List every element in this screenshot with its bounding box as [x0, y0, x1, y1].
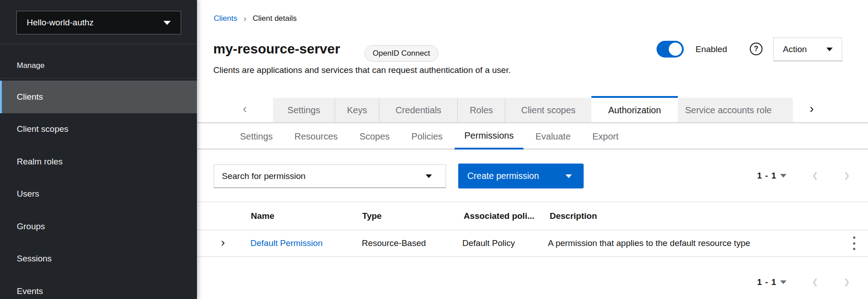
authorization-subtabs: Settings Resources Scopes Policies Permi…: [230, 124, 628, 150]
create-permission-button[interactable]: Create permission: [458, 164, 584, 188]
page-description: Clients are applications and services th…: [213, 65, 511, 76]
table-row-border: [197, 256, 868, 257]
create-permission-label: Create permission: [467, 171, 539, 181]
client-tabs: Settings Keys Credentials Roles Client s…: [273, 96, 793, 122]
pagination-next-icon[interactable]: ❯: [844, 271, 850, 294]
associated-policy-cell: Default Policy: [462, 230, 515, 256]
chevron-down-icon: [566, 174, 572, 178]
sidebar-item-events[interactable]: Events: [0, 275, 197, 299]
subtab-policies[interactable]: Policies: [402, 124, 453, 150]
chevron-down-icon: [163, 21, 171, 25]
breadcrumb: Clients › Client details: [214, 14, 297, 24]
action-dropdown-label: Action: [783, 44, 807, 54]
chevron-down-icon: [426, 174, 432, 178]
pagination-bottom: 1 - 1 ❮ ❯: [747, 271, 865, 294]
subtab-scopes[interactable]: Scopes: [350, 124, 400, 150]
subtab-settings[interactable]: Settings: [230, 124, 283, 150]
sidebar-item-groups[interactable]: Groups: [0, 210, 197, 243]
subtab-export[interactable]: Export: [582, 124, 628, 150]
tabs-scroll-left-icon[interactable]: ‹: [243, 101, 247, 116]
permission-name-link[interactable]: Default Permission: [250, 230, 322, 256]
sidebar-item-client-scopes[interactable]: Client scopes: [0, 113, 197, 146]
breadcrumb-separator-icon: ›: [244, 14, 246, 24]
tabs-scroll-right-icon[interactable]: ›: [810, 101, 814, 116]
keycloak-admin-console: Hello-world-authz Manage Clients Client …: [0, 0, 868, 299]
column-header-type: Type: [362, 202, 382, 230]
sidebar-divider: [0, 44, 197, 44]
sidebar-nav: Clients Client scopes Realm roles Users …: [0, 81, 197, 299]
toggle-knob: [669, 43, 682, 56]
permission-description-cell: A permission that applies to the default…: [548, 230, 750, 256]
breadcrumb-clients-link[interactable]: Clients: [214, 14, 237, 23]
realm-selector[interactable]: Hello-world-authz: [16, 11, 181, 34]
pagination-top: 1 - 1 ❮ ❯: [747, 164, 865, 187]
enabled-toggle[interactable]: [657, 41, 684, 58]
sidebar: Hello-world-authz Manage Clients Client …: [0, 0, 197, 299]
tab-client-scopes[interactable]: Client scopes: [505, 98, 591, 122]
breadcrumb-current: Client details: [253, 14, 297, 23]
tab-credentials[interactable]: Credentials: [379, 98, 457, 122]
pagination-range: 1 - 1: [757, 271, 777, 294]
column-header-description: Description: [550, 202, 597, 230]
search-permission-label: Search for permission: [222, 171, 306, 181]
pagination-options-caret-icon[interactable]: [780, 174, 786, 178]
kebab-menu-icon[interactable]: [851, 236, 857, 250]
action-dropdown[interactable]: Action: [773, 38, 842, 61]
help-icon[interactable]: ?: [750, 43, 762, 55]
tab-settings[interactable]: Settings: [273, 98, 335, 122]
sidebar-item-clients[interactable]: Clients: [0, 81, 197, 113]
tabbar-divider: [197, 122, 868, 123]
subtab-evaluate[interactable]: Evaluate: [525, 124, 580, 150]
column-header-associated-policy: Associated poli...: [464, 202, 534, 230]
tab-authorization[interactable]: Authorization: [591, 96, 678, 122]
enabled-label: Enabled: [695, 43, 727, 55]
permission-type-cell: Resource-Based: [362, 230, 426, 256]
sidebar-item-realm-roles[interactable]: Realm roles: [0, 145, 197, 178]
pagination-prev-icon[interactable]: ❮: [812, 164, 818, 187]
pagination-options-caret-icon[interactable]: [780, 280, 786, 284]
sidebar-divider: [0, 78, 197, 78]
row-expand-chevron-icon[interactable]: ›: [221, 230, 225, 256]
subtab-permissions[interactable]: Permissions: [455, 124, 524, 150]
tab-service-accounts-roles[interactable]: Service accounts role: [678, 98, 793, 122]
chevron-down-icon: [826, 48, 833, 51]
subtab-resources[interactable]: Resources: [284, 124, 348, 150]
tab-roles[interactable]: Roles: [457, 98, 505, 122]
sidebar-item-sessions[interactable]: Sessions: [0, 243, 197, 275]
column-header-name: Name: [251, 202, 274, 230]
nav-section-title: Manage: [17, 60, 44, 72]
pagination-next-icon[interactable]: ❯: [844, 164, 850, 187]
tab-keys[interactable]: Keys: [335, 98, 379, 122]
search-permission-dropdown[interactable]: Search for permission: [214, 164, 446, 188]
page-title: my-resource-server: [213, 40, 340, 58]
realm-selector-value: Hello-world-authz: [27, 18, 94, 28]
pagination-prev-icon[interactable]: ❮: [812, 271, 818, 294]
protocol-badge: OpenID Connect: [364, 45, 438, 62]
pagination-range: 1 - 1: [757, 164, 777, 187]
sidebar-item-users[interactable]: Users: [0, 178, 197, 211]
